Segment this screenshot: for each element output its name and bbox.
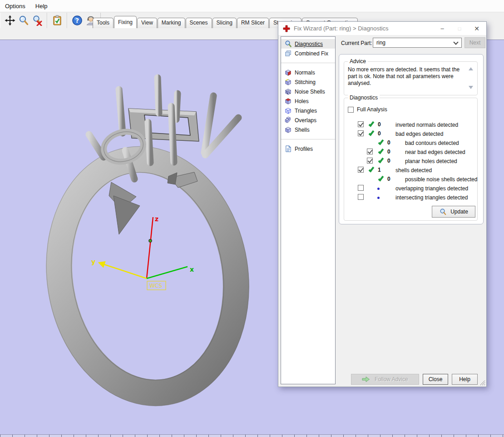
close-button[interactable]: Close bbox=[423, 374, 448, 385]
advice-scrollbar[interactable] bbox=[467, 66, 474, 90]
diagnostic-row: 0 near bad edges detected bbox=[344, 148, 477, 157]
holes-cube-icon bbox=[284, 97, 292, 105]
wizard-content-panel: Advice No more errors are detected. It s… bbox=[339, 54, 484, 224]
tab-marking[interactable]: Marking bbox=[158, 18, 185, 28]
diagnostic-row: 0 bad edges detected bbox=[344, 129, 477, 139]
sidebar-item-profiles[interactable]: Profiles bbox=[281, 144, 335, 154]
diagnostics-groupbox: Diagnostics Full Analysis 0 inverted nor… bbox=[344, 98, 478, 221]
x-axis-label: x bbox=[190, 266, 194, 273]
row-checkbox[interactable] bbox=[358, 130, 364, 136]
full-analysis-label: Full Analysis bbox=[357, 106, 387, 113]
sidebar-item-overlaps[interactable]: Overlaps bbox=[281, 115, 335, 125]
diagnostics-magnifier-icon bbox=[284, 40, 292, 48]
scroll-down-icon[interactable] bbox=[469, 86, 473, 89]
resize-grip[interactable] bbox=[479, 379, 485, 386]
check-ok-icon bbox=[369, 130, 375, 136]
diagnostic-row: 1 shells detected bbox=[344, 166, 477, 175]
not-run-dot-icon bbox=[377, 188, 380, 190]
not-run-dot-icon bbox=[377, 197, 380, 199]
stitching-cube-icon bbox=[284, 78, 292, 86]
zoom-remove-icon[interactable] bbox=[30, 14, 44, 27]
fix-wizard-cross-icon bbox=[283, 25, 290, 32]
diagnostic-row: 0 possible noise shells detected bbox=[344, 175, 477, 184]
row-checkbox[interactable] bbox=[358, 121, 364, 127]
sidebar-item-combined-fix[interactable]: Combined Fix bbox=[281, 49, 335, 58]
help-icon[interactable]: ? bbox=[70, 14, 84, 27]
sidebar-separator bbox=[281, 139, 335, 139]
current-part-combobox[interactable]: ring bbox=[373, 38, 462, 48]
row-checkbox[interactable] bbox=[358, 167, 364, 173]
menu-options[interactable]: Options bbox=[0, 1, 30, 11]
check-ok-icon bbox=[369, 166, 375, 173]
toolbar-group-verify bbox=[47, 13, 67, 28]
current-part-value: ring bbox=[376, 40, 385, 46]
z-axis-label: z bbox=[155, 215, 158, 223]
axis-marker-dot bbox=[149, 239, 152, 242]
diagnostic-row: 0 inverted normals detected bbox=[344, 120, 477, 129]
sidebar-item-holes[interactable]: Holes bbox=[281, 96, 335, 106]
wcs-axes: z y x WCS bbox=[91, 215, 194, 290]
diagnostic-row: 0 planar holes detected bbox=[344, 157, 477, 166]
wcs-label: WCS bbox=[149, 283, 162, 289]
diagnostics-rows: 0 inverted normals detected 0 bad edges … bbox=[344, 120, 477, 202]
verify-part-icon[interactable] bbox=[50, 14, 64, 27]
dialog-titlebar: Fix Wizard (Part: ring) > Diagnostics – … bbox=[278, 22, 486, 35]
shells-cube-icon bbox=[284, 126, 292, 134]
next-button[interactable]: Next bbox=[464, 37, 485, 48]
check-ok-icon bbox=[369, 121, 375, 127]
sidebar-item-noise-shells[interactable]: Noise Shells bbox=[281, 87, 335, 96]
sidebar-item-diagnostics[interactable]: Diagnostics bbox=[281, 39, 335, 49]
maximize-button[interactable]: □ bbox=[451, 22, 468, 35]
advice-groupbox-title: Advice bbox=[348, 58, 368, 65]
fix-wizard-dialog: Fix Wizard (Part: ring) > Diagnostics – … bbox=[278, 21, 487, 387]
check-ok-icon bbox=[378, 139, 384, 145]
minimize-button[interactable]: – bbox=[434, 22, 451, 35]
menu-help[interactable]: Help bbox=[30, 1, 53, 11]
horizontal-ruler bbox=[0, 434, 504, 437]
follow-advice-button[interactable]: Follow Advice bbox=[351, 374, 419, 385]
check-ok-icon bbox=[378, 148, 384, 154]
row-checkbox[interactable] bbox=[367, 158, 373, 164]
diagnostic-row: 0 bad contours detected bbox=[344, 139, 477, 148]
combined-fix-icon bbox=[284, 50, 292, 57]
sidebar-item-normals[interactable]: Normals bbox=[281, 68, 335, 77]
close-window-button[interactable]: ✕ bbox=[468, 22, 485, 35]
menu-bar: Options Help bbox=[0, 0, 504, 12]
follow-advice-arrow-icon bbox=[362, 376, 370, 382]
chevron-down-icon bbox=[453, 40, 458, 45]
sidebar-separator bbox=[281, 63, 335, 63]
check-ok-icon bbox=[378, 157, 384, 164]
normals-cube-icon bbox=[284, 69, 292, 76]
check-ok-icon bbox=[378, 175, 384, 182]
y-axis-label: y bbox=[91, 258, 95, 265]
sidebar-item-shells[interactable]: Shells bbox=[281, 125, 335, 134]
row-checkbox[interactable] bbox=[367, 149, 373, 154]
wizard-sidebar: Diagnostics Combined Fix Normals Stitchi… bbox=[281, 36, 336, 384]
tab-slicing[interactable]: Slicing bbox=[212, 18, 237, 28]
diagnostic-row: intersecting triangles detected bbox=[344, 193, 477, 202]
scroll-up-icon[interactable] bbox=[469, 67, 473, 70]
profiles-doc-icon bbox=[284, 145, 292, 153]
tab-view[interactable]: View bbox=[137, 18, 157, 28]
update-button[interactable]: Update bbox=[432, 206, 475, 218]
help-button[interactable]: Help bbox=[452, 374, 478, 385]
ring-band bbox=[28, 132, 267, 421]
ring-claws bbox=[109, 172, 198, 234]
tab-scenes[interactable]: Scenes bbox=[186, 18, 212, 28]
zoom-icon[interactable] bbox=[17, 14, 30, 27]
diagnostic-row: overlapping triangles detected bbox=[344, 184, 477, 193]
triangles-cube-icon bbox=[284, 107, 292, 114]
sidebar-item-stitching[interactable]: Stitching bbox=[281, 77, 335, 87]
sidebar-item-triangles[interactable]: Triangles bbox=[281, 106, 335, 115]
advice-groupbox: Advice No more errors are detected. It s… bbox=[344, 61, 478, 95]
diagnostics-groupbox-title: Diagnostics bbox=[348, 94, 380, 101]
row-checkbox[interactable] bbox=[358, 185, 364, 191]
update-magnifier-icon bbox=[439, 208, 447, 216]
tab-fixing[interactable]: Fixing bbox=[114, 16, 137, 28]
row-checkbox[interactable] bbox=[358, 194, 364, 200]
tab-rm-slicer[interactable]: RM Slicer bbox=[237, 18, 269, 28]
noise-shells-cube-icon bbox=[284, 88, 292, 95]
tab-tools[interactable]: Tools bbox=[93, 18, 114, 28]
full-analysis-checkbox[interactable] bbox=[348, 107, 354, 113]
pan-icon[interactable] bbox=[3, 14, 17, 27]
